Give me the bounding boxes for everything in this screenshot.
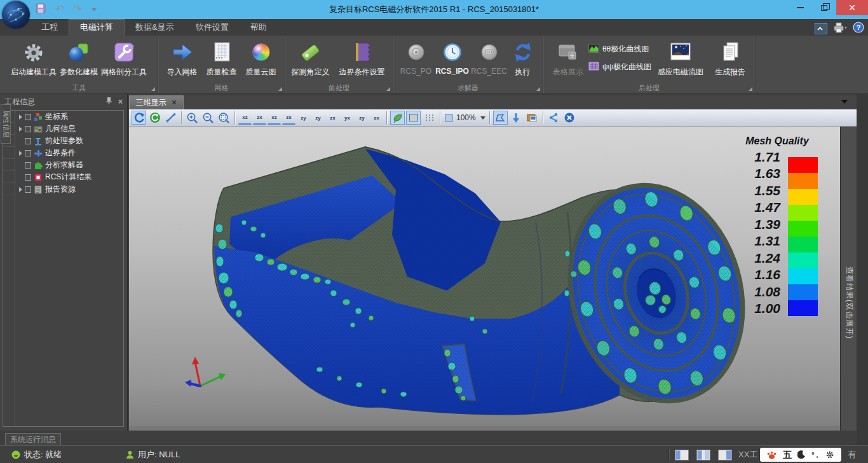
zoom-in-button[interactable]	[185, 111, 200, 125]
expander-icon[interactable]	[19, 187, 22, 192]
wireframe-mode-button[interactable]	[406, 111, 421, 125]
layout-split-button[interactable]	[696, 450, 710, 460]
minimize-button[interactable]	[788, 0, 812, 15]
copyright-text-right: 有	[848, 446, 856, 463]
tree-item-preprocess-params[interactable]: T 前处理参数	[15, 135, 123, 147]
tree-item-rcs-results[interactable]: RCS计算结果	[15, 171, 123, 183]
3d-viewport[interactable]: Mesh Quality 1.711.631.551.471.391.311.2…	[129, 127, 840, 431]
close-tab-icon[interactable]: ✕	[171, 99, 177, 107]
layout-right-button[interactable]	[718, 450, 732, 460]
group-expand-icon[interactable]	[151, 87, 155, 91]
archive-icon	[33, 185, 43, 194]
menu-tab-4[interactable]: 帮助	[240, 19, 278, 36]
close-panel-icon[interactable]: ×	[118, 97, 123, 106]
view-preset-4[interactable]: zy	[297, 111, 310, 125]
rcs-ipo-button[interactable]: RCS_IPO	[434, 38, 471, 76]
property-panel-tab[interactable]: 属性信息	[1, 104, 11, 144]
results-expander-strip[interactable]: 查看结果(双击展开)	[840, 127, 857, 431]
restore-button[interactable]	[812, 0, 836, 15]
share-flow-button[interactable]	[546, 111, 561, 125]
tree-item-report-resources[interactable]: 报告资源	[15, 183, 123, 195]
group-expand-icon[interactable]	[536, 87, 540, 91]
face-select-button[interactable]	[493, 111, 508, 125]
import-mesh-button[interactable]: 导入网格	[163, 38, 202, 78]
zoom-fit-button[interactable]	[217, 111, 231, 125]
boundary-condition-button[interactable]: 边界条件设置	[334, 38, 391, 78]
ime-settings-gear-icon[interactable]	[825, 450, 834, 459]
legend-label: 1.71	[729, 153, 780, 162]
expander-icon[interactable]	[19, 151, 22, 156]
generate-report-button[interactable]: 生成报告	[710, 38, 750, 78]
menu-tab-3[interactable]: 软件设置	[185, 19, 240, 36]
app-logo[interactable]	[2, 1, 30, 29]
zoom-level-widget[interactable]: 100%	[444, 113, 485, 123]
mesh-quality-legend: Mesh Quality 1.711.631.551.471.391.311.2…	[729, 135, 825, 316]
ime-toolbar[interactable]: 五 °，	[760, 448, 841, 462]
tab-3d-display[interactable]: 三维显示 ✕	[129, 95, 184, 109]
group-expand-icon[interactable]	[749, 87, 752, 91]
layout-left-button[interactable]	[675, 450, 689, 460]
tree-checkbox[interactable]	[25, 186, 31, 193]
view-preset-3[interactable]: zx	[282, 111, 295, 125]
rotate-view-button[interactable]	[132, 111, 146, 125]
view-preset-0[interactable]: xz	[238, 111, 252, 125]
induced-current-map-button[interactable]: 感应电磁流图	[651, 38, 710, 78]
pan-zoom-button[interactable]	[163, 111, 178, 125]
system-messages-tab[interactable]: 系统运行消息	[5, 433, 61, 445]
refresh-view-button[interactable]	[147, 111, 162, 125]
tree-checkbox[interactable]	[25, 126, 31, 132]
menu-tab-2[interactable]: 数据&显示	[125, 19, 185, 36]
launch-modeler-button[interactable]: 启动建模工具	[11, 38, 57, 78]
shaded-mode-button[interactable]	[390, 111, 405, 125]
legend-band	[788, 157, 818, 173]
theta-polar-plot-button[interactable]: θθ极化曲线图	[588, 43, 651, 55]
capture-image-button[interactable]	[525, 111, 539, 125]
tree-checkbox[interactable]	[25, 174, 31, 181]
tree-checkbox[interactable]	[25, 114, 31, 120]
zoom-out-button[interactable]	[201, 111, 215, 125]
expander-icon[interactable]	[19, 114, 22, 120]
quality-check-button[interactable]: 质量检查	[202, 38, 241, 78]
import-arrow-icon	[171, 40, 194, 64]
tree-item-coordinate-system[interactable]: 坐标系	[15, 111, 123, 123]
legend-band	[788, 173, 818, 189]
help-icon[interactable]: ?	[853, 22, 864, 36]
tree-checkbox[interactable]	[25, 162, 31, 169]
tree-checkbox[interactable]	[25, 138, 31, 144]
view-preset-8[interactable]: zy	[355, 111, 369, 125]
view-preset-9[interactable]: zx	[370, 111, 383, 125]
ime-mode-label[interactable]: 五	[783, 448, 792, 461]
view-preset-1[interactable]: zx	[253, 111, 266, 125]
tree-item-geometry-info[interactable]: 几何信息	[15, 123, 123, 135]
menu-tab-1[interactable]: 电磁计算	[69, 19, 125, 36]
zoom-dropdown-icon[interactable]	[480, 116, 485, 120]
pin-icon[interactable]	[105, 97, 112, 107]
close-button[interactable]: ✕	[836, 0, 868, 15]
tree-item-solver[interactable]: 分析求解器	[15, 159, 123, 171]
expander-icon[interactable]	[19, 127, 22, 132]
menu-tab-0[interactable]: 工程	[31, 19, 69, 36]
view-preset-5[interactable]: zy	[311, 111, 325, 125]
tree-item-boundary-conditions[interactable]: 边界条件	[15, 147, 123, 159]
group-expand-icon[interactable]	[278, 87, 282, 91]
ribbon-group-solver: RCS_PO RCS_IPO RCS_EEC	[393, 36, 543, 93]
parametric-modeling-button[interactable]: 参数化建模	[57, 38, 101, 78]
close-view-button[interactable]	[562, 111, 577, 125]
group-expand-icon[interactable]	[386, 87, 390, 91]
probe-angle-button[interactable]: 探测角定义	[288, 38, 334, 78]
gear-icon	[22, 40, 45, 64]
tree-checkbox[interactable]	[25, 150, 31, 156]
view-preset-2[interactable]: xz	[268, 111, 281, 125]
points-mode-button[interactable]	[422, 111, 437, 125]
quality-contour-button[interactable]: 质量云图	[241, 38, 281, 78]
collapse-ribbon-button[interactable]	[815, 23, 827, 34]
execute-button[interactable]: 执行	[508, 38, 538, 78]
meshing-tool-button[interactable]: 网格剖分工具	[101, 38, 147, 78]
down-arrow-button[interactable]	[509, 111, 524, 125]
tab-list-dropdown-icon[interactable]	[841, 100, 848, 104]
ribbon: 启动建模工具 参数化建模 网格剖分工具 工具	[0, 36, 868, 94]
view-preset-6[interactable]: zx	[326, 111, 339, 125]
psi-polar-plot-button[interactable]: ψψ极化曲线图	[588, 61, 651, 73]
print-icon[interactable]	[832, 22, 848, 36]
view-preset-7[interactable]: yx	[341, 111, 354, 125]
